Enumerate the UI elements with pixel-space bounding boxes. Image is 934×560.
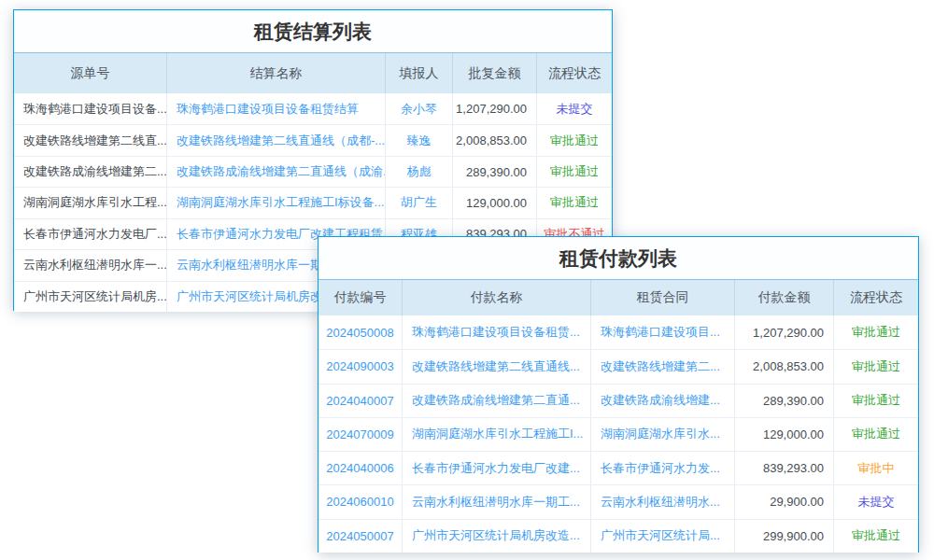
status-badge: 审批通过 bbox=[834, 350, 918, 383]
source-no-cell: 湖南洞庭湖水库引水工程... bbox=[14, 188, 167, 217]
t1-table-row: 湖南洞庭湖水库引水工程...湖南洞庭湖水库引水工程施工I标设备...胡广生129… bbox=[14, 187, 612, 217]
payment-amount-cell: 29,900.00 bbox=[735, 485, 834, 518]
lease-contract-link[interactable]: 珠海鹤港口建设项目... bbox=[591, 315, 735, 349]
t1-column-header: 填报人 bbox=[386, 53, 453, 93]
t2-table-row: 2024060010云南水利枢纽潜明水库一期工...云南水利枢纽潜明水...29… bbox=[318, 484, 918, 518]
payment-table-header: 付款编号付款名称租赁合同付款金额流程状态 bbox=[318, 280, 918, 315]
lease-contract-link[interactable]: 改建铁路线增建第二... bbox=[591, 350, 735, 383]
t2-table-row: 2024050008珠海鹤港口建设项目设备租赁...珠海鹤港口建设项目...1,… bbox=[318, 315, 918, 349]
t1-column-header: 流程状态 bbox=[537, 53, 612, 93]
source-no-cell: 长春市伊通河水力发电厂... bbox=[14, 219, 167, 249]
reporter-link[interactable]: 余小琴 bbox=[386, 93, 453, 124]
payment-list-title: 租赁付款列表 bbox=[318, 237, 918, 280]
t1-table-row: 珠海鹤港口建设项目设备...珠海鹤港口建设项目设备租赁结算余小琴1,207,29… bbox=[14, 93, 612, 124]
t2-column-header: 付款金额 bbox=[735, 280, 834, 315]
payment-amount-cell: 289,390.00 bbox=[735, 385, 834, 417]
reporter-link[interactable]: 杨彪 bbox=[386, 157, 453, 187]
settlement-name-link[interactable]: 改建铁路线增建第二线直通线（成都-... bbox=[167, 125, 386, 155]
t1-column-header: 批复金额 bbox=[453, 53, 537, 93]
t2-table-row: 2024070009湖南洞庭湖水库引水工程施工I...湖南洞庭湖水库引水...1… bbox=[318, 417, 918, 451]
status-badge: 审批通过 bbox=[834, 315, 918, 349]
reporter-link[interactable]: 胡广生 bbox=[386, 188, 453, 217]
payment-amount-cell: 2,008,853.00 bbox=[735, 350, 834, 383]
payment-amount-cell: 299,900.00 bbox=[735, 520, 834, 553]
payment-name-link[interactable]: 改建铁路成渝线增建第二直通... bbox=[403, 385, 591, 417]
settlement-name-link[interactable]: 湖南洞庭湖水库引水工程施工I标设备... bbox=[167, 188, 386, 217]
payment-list-card: 租赁付款列表 付款编号付款名称租赁合同付款金额流程状态 2024050008珠海… bbox=[318, 236, 919, 553]
status-badge: 审批通过 bbox=[834, 418, 918, 451]
reporter-link[interactable]: 臻逸 bbox=[386, 125, 453, 155]
source-no-cell: 珠海鹤港口建设项目设备... bbox=[14, 93, 167, 124]
status-badge: 审批通过 bbox=[834, 385, 918, 417]
payment-no-link[interactable]: 2024050007 bbox=[318, 520, 403, 553]
status-badge: 审批通过 bbox=[537, 125, 612, 155]
status-badge: 审批通过 bbox=[834, 520, 918, 553]
status-badge: 未提交 bbox=[834, 485, 918, 518]
t1-column-header: 源单号 bbox=[14, 53, 167, 93]
payment-no-link[interactable]: 2024050008 bbox=[318, 315, 403, 349]
lease-contract-link[interactable]: 湖南洞庭湖水库引水... bbox=[591, 418, 735, 451]
status-badge: 审批通过 bbox=[537, 157, 612, 187]
approved-amount-cell: 289,390.00 bbox=[453, 157, 537, 187]
payment-name-link[interactable]: 云南水利枢纽潜明水库一期工... bbox=[403, 485, 591, 518]
payment-name-link[interactable]: 珠海鹤港口建设项目设备租赁... bbox=[403, 315, 591, 349]
lease-contract-link[interactable]: 改建铁路成渝线增建... bbox=[591, 385, 735, 417]
settlement-list-title: 租赁结算列表 bbox=[14, 10, 612, 53]
t2-column-header: 付款编号 bbox=[318, 280, 403, 315]
lease-contract-link[interactable]: 广州市天河区统计局... bbox=[591, 520, 735, 553]
t1-table-row: 改建铁路成渝线增建第二...改建铁路成渝线增建第二直通线（成渝...杨彪289,… bbox=[14, 156, 612, 187]
settlement-name-link[interactable]: 珠海鹤港口建设项目设备租赁结算 bbox=[167, 93, 386, 124]
status-badge: 未提交 bbox=[537, 93, 612, 124]
t1-table-row: 改建铁路线增建第二线直...改建铁路线增建第二线直通线（成都-...臻逸2,00… bbox=[14, 124, 612, 155]
payment-no-link[interactable]: 2024070009 bbox=[318, 418, 403, 451]
payment-table-body: 2024050008珠海鹤港口建设项目设备租赁...珠海鹤港口建设项目...1,… bbox=[318, 315, 918, 553]
approved-amount-cell: 1,207,290.00 bbox=[453, 93, 537, 124]
t2-table-row: 2024090003改建铁路线增建第二线直通线...改建铁路线增建第二...2,… bbox=[318, 349, 918, 383]
payment-amount-cell: 129,000.00 bbox=[735, 418, 834, 451]
payment-name-link[interactable]: 湖南洞庭湖水库引水工程施工I... bbox=[403, 418, 591, 451]
t2-table-row: 2024040007改建铁路成渝线增建第二直通...改建铁路成渝线增建...28… bbox=[318, 384, 918, 417]
t2-column-header: 流程状态 bbox=[834, 280, 918, 315]
source-no-cell: 改建铁路线增建第二线直... bbox=[14, 125, 167, 155]
payment-amount-cell: 1,207,290.00 bbox=[735, 315, 834, 349]
payment-name-link[interactable]: 长春市伊通河水力发电厂改建... bbox=[403, 452, 591, 484]
source-no-cell: 云南水利枢纽潜明水库一... bbox=[14, 250, 167, 280]
status-badge: 审批中 bbox=[834, 452, 918, 484]
approved-amount-cell: 2,008,853.00 bbox=[453, 125, 537, 155]
t2-table-row: 2024050007广州市天河区统计局机房改造...广州市天河区统计局...29… bbox=[318, 519, 918, 553]
lease-contract-link[interactable]: 云南水利枢纽潜明水... bbox=[591, 485, 735, 518]
t2-column-header: 租赁合同 bbox=[591, 280, 735, 315]
payment-no-link[interactable]: 2024040007 bbox=[318, 385, 403, 417]
settlement-table-header: 源单号结算名称填报人批复金额流程状态 bbox=[14, 53, 612, 93]
status-badge: 审批通过 bbox=[537, 188, 612, 217]
payment-no-link[interactable]: 2024040006 bbox=[318, 452, 403, 484]
source-no-cell: 改建铁路成渝线增建第二... bbox=[14, 157, 167, 187]
payment-name-link[interactable]: 改建铁路线增建第二线直通线... bbox=[403, 350, 591, 383]
lease-contract-link[interactable]: 长春市伊通河水力发... bbox=[591, 452, 735, 484]
payment-no-link[interactable]: 2024090003 bbox=[318, 350, 403, 383]
t1-column-header: 结算名称 bbox=[167, 53, 386, 93]
t2-table-row: 2024040006长春市伊通河水力发电厂改建...长春市伊通河水力发...83… bbox=[318, 451, 918, 484]
source-no-cell: 广州市天河区统计局机房... bbox=[14, 282, 167, 312]
payment-name-link[interactable]: 广州市天河区统计局机房改造... bbox=[403, 520, 591, 553]
t2-column-header: 付款名称 bbox=[403, 280, 591, 315]
approved-amount-cell: 129,000.00 bbox=[453, 188, 537, 217]
payment-amount-cell: 839,293.00 bbox=[735, 452, 834, 484]
settlement-name-link[interactable]: 改建铁路成渝线增建第二直通线（成渝... bbox=[167, 157, 386, 187]
payment-no-link[interactable]: 2024060010 bbox=[318, 485, 403, 518]
